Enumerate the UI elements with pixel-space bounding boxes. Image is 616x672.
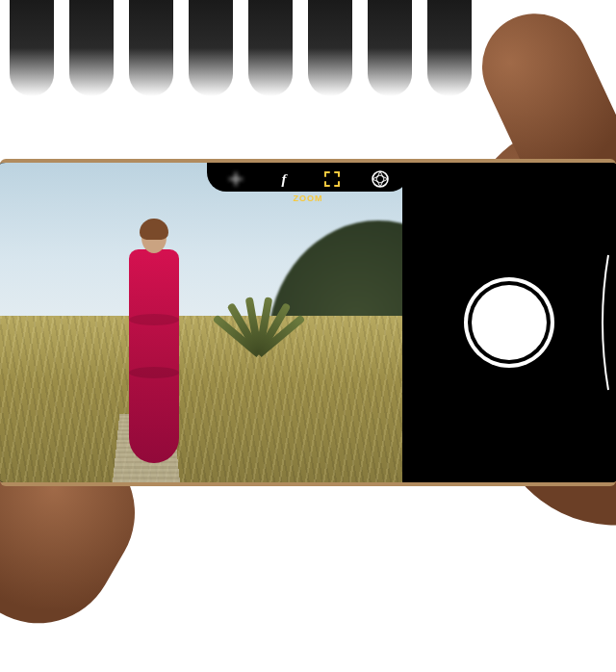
artifact-top-strips xyxy=(0,0,616,96)
camera-top-toolbar: f xyxy=(218,168,398,190)
scene-grass xyxy=(0,316,402,482)
zoom-frame-icon[interactable] xyxy=(321,168,343,190)
scene-agave xyxy=(221,297,289,354)
exposure-icon[interactable] xyxy=(225,168,246,190)
scene-subject-woman xyxy=(120,222,188,463)
aperture-icon[interactable]: f xyxy=(273,168,295,190)
camera-controls-panel xyxy=(402,163,616,482)
camera-app-screen: f ZOOM xyxy=(0,163,616,482)
filter-icon[interactable] xyxy=(370,168,391,190)
camera-viewfinder[interactable] xyxy=(0,163,402,482)
active-mode-label: ZOOM xyxy=(294,194,323,203)
svg-point-2 xyxy=(372,171,388,187)
iphone-device: f ZOOM xyxy=(0,159,616,486)
mode-wheel[interactable] xyxy=(595,246,610,400)
shutter-button[interactable] xyxy=(472,285,547,360)
